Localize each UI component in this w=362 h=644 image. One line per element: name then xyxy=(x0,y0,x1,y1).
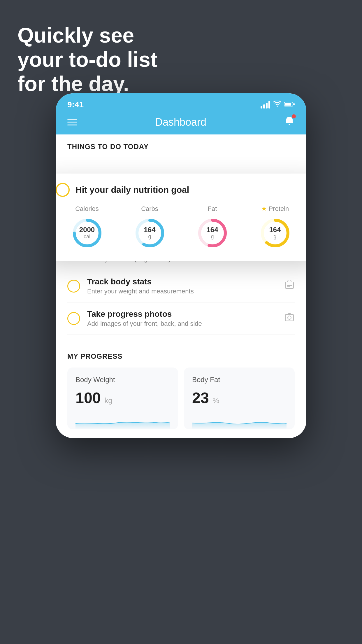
photo-icon xyxy=(284,312,295,325)
body-fat-chart xyxy=(192,412,287,429)
calories-label: Calories xyxy=(75,205,99,213)
phone-frame: 9:41 xyxy=(56,93,306,438)
task-photos-title: Take progress photos xyxy=(87,309,280,319)
fat-label: Fat xyxy=(208,205,217,213)
nav-bar: Dashboard xyxy=(56,111,306,134)
status-bar: 9:41 xyxy=(56,93,306,111)
protein-unit: g xyxy=(269,234,281,240)
hero-heading: Quickly see your to-do list for the day. xyxy=(17,23,157,96)
calories-value: 2000 xyxy=(79,226,95,234)
svg-rect-1 xyxy=(285,103,291,106)
nutrition-carbs: Carbs 164 g xyxy=(132,205,167,251)
task-body-stats[interactable]: Track body stats Enter your weight and m… xyxy=(67,270,295,302)
hero-line1: Quickly see xyxy=(17,23,157,48)
nutrition-circles: Calories 2000 cal xyxy=(56,205,306,251)
notification-button[interactable] xyxy=(284,116,295,129)
calories-unit: cal xyxy=(79,234,95,240)
body-fat-card: Body Fat 23 % xyxy=(184,368,295,429)
svg-rect-2 xyxy=(293,103,295,105)
protein-value: 164 xyxy=(269,226,281,234)
task-area: Hit your daily nutrition goal Calories xyxy=(56,156,306,341)
notification-dot xyxy=(292,114,296,118)
status-time: 9:41 xyxy=(67,100,84,109)
menu-button[interactable] xyxy=(67,119,77,125)
svg-rect-13 xyxy=(285,314,294,321)
task-progress-photos[interactable]: Take progress photos Add images of your … xyxy=(67,302,295,335)
signal-bars-icon xyxy=(261,101,270,108)
body-weight-value: 100 xyxy=(75,389,101,406)
progress-header: MY PROGRESS xyxy=(67,352,295,360)
fat-unit: g xyxy=(206,234,218,240)
carbs-unit: g xyxy=(144,234,155,240)
task-bodystats-checkbox[interactable] xyxy=(67,280,80,293)
fat-donut: 164 g xyxy=(195,216,230,251)
protein-label: Protein xyxy=(269,205,289,213)
body-weight-unit: kg xyxy=(104,396,112,405)
nutrition-checkbox[interactable] xyxy=(56,183,70,197)
nutrition-calories: Calories 2000 cal xyxy=(70,205,105,251)
hero-line3: for the day. xyxy=(17,72,157,96)
nutrition-card: Hit your daily nutrition goal Calories xyxy=(56,174,306,261)
carbs-label: Carbs xyxy=(141,205,158,213)
body-weight-card: Body Weight 100 kg xyxy=(67,368,178,429)
main-content: THINGS TO DO TODAY Hit your daily nutrit… xyxy=(56,134,306,438)
nav-title: Dashboard xyxy=(155,116,206,128)
task-bodystats-title: Track body stats xyxy=(87,277,280,286)
scale-icon xyxy=(284,280,295,293)
carbs-donut: 164 g xyxy=(132,216,167,251)
body-fat-title: Body Fat xyxy=(192,376,287,384)
task-bodystats-text: Track body stats Enter your weight and m… xyxy=(87,277,280,295)
battery-icon xyxy=(284,101,295,108)
task-bodystats-subtitle: Enter your weight and measurements xyxy=(87,288,280,295)
task-photos-subtitle: Add images of your front, back, and side xyxy=(87,320,280,328)
phone-screen: 9:41 xyxy=(56,93,306,438)
nutrition-card-header: Hit your daily nutrition goal xyxy=(56,183,306,197)
calories-donut: 2000 cal xyxy=(70,216,105,251)
task-photos-checkbox[interactable] xyxy=(67,312,80,325)
body-fat-value-row: 23 % xyxy=(192,389,287,407)
body-weight-chart xyxy=(75,412,170,429)
wifi-icon xyxy=(273,101,281,109)
nutrition-protein: ★ Protein 164 g xyxy=(258,205,293,251)
body-weight-value-row: 100 kg xyxy=(75,389,170,407)
status-icons xyxy=(261,101,295,109)
body-weight-title: Body Weight xyxy=(75,376,170,384)
protein-star-icon: ★ xyxy=(261,205,267,213)
progress-section: MY PROGRESS Body Weight 100 kg xyxy=(56,341,306,438)
hero-line2: your to-do list xyxy=(17,48,157,72)
protein-donut: 164 g xyxy=(258,216,293,251)
body-fat-value: 23 xyxy=(192,389,209,406)
nutrition-fat: Fat 164 g xyxy=(195,205,230,251)
carbs-value: 164 xyxy=(144,226,155,234)
fat-value: 164 xyxy=(206,226,218,234)
body-fat-unit: % xyxy=(212,396,219,405)
task-photos-text: Take progress photos Add images of your … xyxy=(87,309,280,328)
svg-point-14 xyxy=(288,316,291,319)
progress-cards: Body Weight 100 kg xyxy=(67,368,295,429)
nutrition-card-title: Hit your daily nutrition goal xyxy=(75,185,189,195)
things-today-header: THINGS TO DO TODAY xyxy=(56,134,306,156)
